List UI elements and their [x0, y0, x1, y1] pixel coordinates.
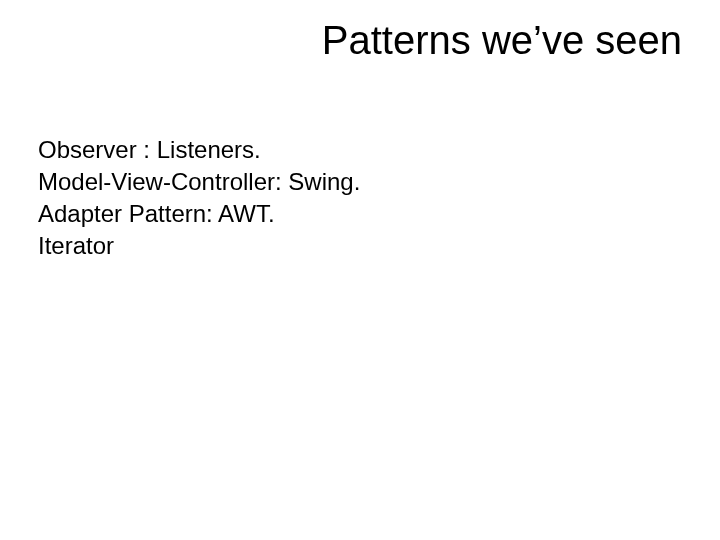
slide: Patterns we’ve seen Observer : Listeners… — [0, 0, 720, 540]
body-line: Model-View-Controller: Swing. — [38, 167, 360, 197]
body-line: Observer : Listeners. — [38, 135, 360, 165]
slide-title: Patterns we’ve seen — [322, 18, 682, 63]
body-line: Adapter Pattern: AWT. — [38, 199, 360, 229]
body-line: Iterator — [38, 231, 360, 261]
slide-body: Observer : Listeners. Model-View-Control… — [38, 135, 360, 263]
